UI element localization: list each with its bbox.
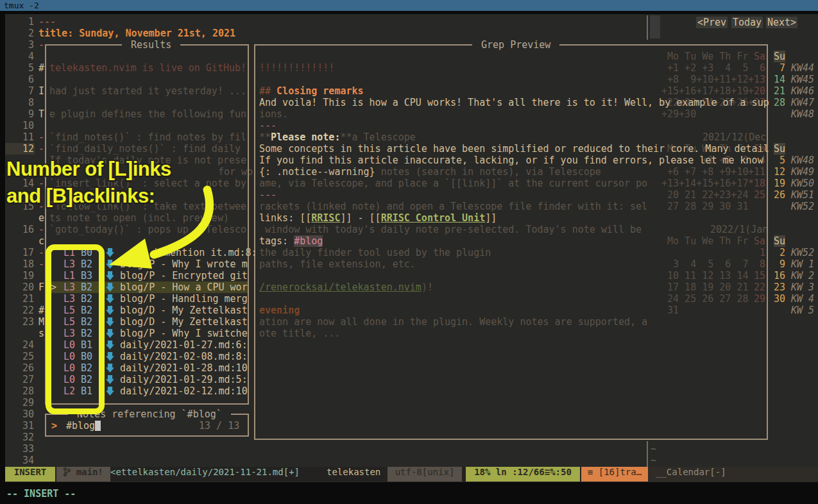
preview-line: **Please note:**a Telescope [259,131,416,143]
calendar-week-number: KW49 [791,166,814,178]
line-number: 32 [5,432,34,443]
preview-line: the daily finder tool used by the plugin [259,247,491,258]
calendar-sunday[interactable]: 28 [774,97,785,108]
preview-line: --- [259,120,277,131]
preview-text: ** [340,131,352,143]
calendar-sunday[interactable]: 26 [774,189,785,201]
line-number: 9 [5,108,34,120]
preview-text: ** [259,131,271,143]
line-number: 8 [5,97,34,108]
line-number: 23 [5,316,34,328]
calendar-sunday[interactable]: 23 [774,281,785,293]
calendar-sunday[interactable]: 7 [774,62,785,74]
line-number: 24 [5,339,34,351]
preview-text: a Telescope [352,131,416,143]
preview-text: Some concepts in this article have been … [259,143,769,155]
result-row-label: i mention it.md:8: [153,247,257,258]
preview-text: tags: [259,235,294,247]
git-branch-segment: main! [56,467,110,482]
calendar-next-button[interactable]: Next> [766,17,797,28]
prompt-caret: > [51,420,57,432]
calendar-scrollbar-thumb[interactable] [650,15,660,38]
buffer-text-fragment: title: Sunday, November 21st, 2021 [38,28,235,39]
line-number: 6 [5,74,34,85]
preview-line: links: [[RRISC]] - [[RRISC Control Unit]… [259,212,497,224]
result-row-label: daily/2021-01-27.md:6: [120,339,248,351]
preview-text: ame, via Telescope, and place a `[[link]… [259,178,647,189]
preview-line: ions. [259,108,288,120]
result-row-label: daily/2021-01-28.md:10 [120,362,248,374]
preview-text: !!!!!!!!!!!!! [259,62,334,74]
preview-text: Please note: [271,131,340,143]
buffer-text-fragment: - [38,258,44,270]
calendar-week-number: KW45 [791,74,814,85]
result-row-label: blog/P - Encrypted git [120,270,248,281]
calendar-week-number: KW52 [791,201,814,212]
preview-text: ote title, ... [259,328,340,339]
buffer-text-fragment: --- [38,16,56,28]
line-number: 5 [5,62,34,74]
preview-line: Some concepts in this article have been … [259,143,769,155]
calendar-week-number: KW48 [791,108,814,120]
file-path: <ettelkasten/daily/2021-11-21.md[+] [110,467,300,482]
calendar-sunday[interactable]: 19 [774,178,785,189]
calendar-sunday[interactable]: 30 [774,293,785,305]
calendar-weekday-header-sun: Su [774,51,785,62]
result-count: 13 / 13 [199,420,239,432]
insert-mode-message: -- INSERT -- [6,487,76,500]
preview-text: links: [[ [259,212,311,224]
line-number: 10 [5,120,34,131]
preview-text: ]] [485,212,497,224]
calendar-sunday[interactable]: 21 [774,85,785,97]
window-split-separator-bottom [647,441,648,467]
search-input[interactable]: #blog [66,420,95,432]
preview-line: ation are now all done in the plugin. We… [259,316,647,328]
line-number: 1 [5,16,34,28]
annotation-text-line1: Number of [L]inks [6,158,171,181]
buffer-text-fragment: ~ [651,455,656,466]
preview-text: the daily finder tool used by the plugin [259,247,491,258]
buffer-text-fragment: - [38,143,44,155]
buffer-text-fragment: M [38,316,44,328]
line-number: 27 [5,374,34,385]
screenshot-root: tmux -2 <Prev Today Next> 12345678910111… [0,0,818,504]
calendar-prev-button[interactable]: <Prev [696,17,728,28]
calendar-sunday[interactable]: 16 [774,270,785,281]
preview-text: /renerocksai/telekasten.nvim [259,281,422,293]
preview-text: If you find this article inaccurate, lac… [259,155,763,166]
calendar-buffer-name: __Calendar[-] [656,467,726,482]
preview-text: paths, file extension, etc. [259,258,416,270]
result-row-label: blog/P - Why I wrote m [120,258,248,270]
annotation-highlight-box [46,244,105,414]
line-number: 17 [5,247,34,258]
preview-line: paths, file extension, etc. [259,258,416,270]
calendar-sunday[interactable]: 5 [774,155,785,166]
git-branch-label: main! [76,467,103,477]
preview-line: ame, via Telescope, and place a `[[link]… [259,178,647,189]
calendar-sunday[interactable]: 14 [774,74,785,85]
mode-indicator: INSERT [5,467,55,482]
line-number: 26 [5,362,34,374]
line-number: 21 [5,293,34,305]
line-number: 12 [5,143,34,155]
result-row-label: daily/2021-02-08.md:8: [120,351,248,362]
calendar-sunday[interactable]: 2 [774,247,785,258]
buffer-text-fragment: e [38,212,44,224]
line-number: 28 [5,385,34,397]
line-number: 20 [5,281,34,293]
calendar-sunday[interactable]: 9 [774,258,785,270]
buffer-text-fragment: T [38,108,44,120]
result-row-label: daily/2021-01-29.md:5: [120,374,248,385]
buffer-text-fragment: - [38,39,44,51]
wiki-link: RRISC [311,212,340,224]
calendar-sunday[interactable]: 12 [774,166,785,178]
window-split-separator-top [647,15,648,40]
line-number: 19 [5,270,34,281]
preview-text: ation are now all done in the plugin. We… [259,316,647,328]
result-row-label: blog/D - My Zettelkast [120,305,248,316]
preview-text: Closing remarks [277,85,363,97]
buffer-text-fragment: I [38,85,44,97]
text-cursor [95,421,101,431]
calendar-today-button[interactable]: Today [731,17,763,28]
calendar-week-number: KW52 [791,247,814,258]
